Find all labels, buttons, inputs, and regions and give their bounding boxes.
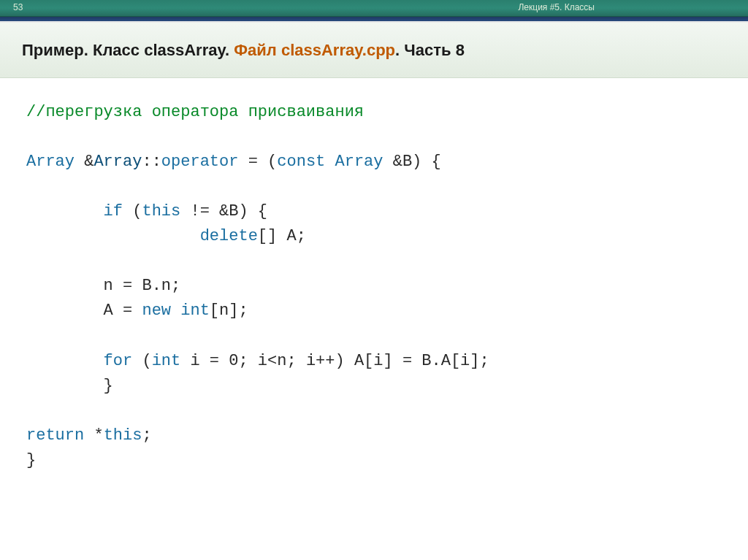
- tok: A =: [26, 302, 142, 320]
- tok: [171, 302, 180, 320]
- tok: != &B) {: [180, 202, 267, 220]
- tok: this: [142, 202, 180, 220]
- tok: [n];: [210, 302, 248, 320]
- tok: new: [142, 302, 171, 320]
- heading-zone: Пример. Класс classArray. Файл classArra…: [0, 23, 748, 78]
- slide-heading: Пример. Класс classArray. Файл classArra…: [22, 40, 726, 61]
- slide-number: 53: [13, 2, 23, 12]
- tok: *: [84, 426, 103, 445]
- tok: Array: [94, 153, 142, 171]
- tok: return: [26, 426, 84, 445]
- tok: this: [104, 426, 142, 445]
- tok: ::: [142, 153, 161, 171]
- tok: operator: [161, 153, 239, 171]
- heading-accent: Файл classArray.cpp: [234, 41, 395, 59]
- tok: [325, 153, 335, 171]
- tok: &B) {: [383, 153, 441, 171]
- tok: = (: [238, 153, 277, 171]
- tok: if: [26, 202, 123, 220]
- tok: [] A;: [258, 227, 306, 245]
- tok: ;: [142, 426, 151, 445]
- code-comment: //перегрузка оператора присваивания: [26, 103, 364, 121]
- top-bar: 53 Лекция #5. Классы: [0, 0, 748, 17]
- tok: int: [152, 352, 181, 370]
- tok: for: [26, 352, 132, 370]
- lecture-title: Лекция #5. Классы: [518, 2, 595, 12]
- tok: Array: [335, 153, 383, 171]
- code-block: //перегрузка оператора присваивания Arra…: [0, 78, 748, 495]
- tok: }: [26, 451, 36, 469]
- tok: n = B.n;: [26, 277, 180, 295]
- tok: &: [75, 153, 94, 171]
- tok: i = 0; i<n; i++) A[i] = B.A[i];: [180, 352, 489, 370]
- heading-part2: . Часть 8: [395, 41, 465, 59]
- slide: 53 Лекция #5. Классы Пример. Класс class…: [0, 0, 748, 560]
- tok: Array: [26, 153, 75, 171]
- tok: const: [277, 153, 325, 171]
- tok: delete: [26, 227, 258, 245]
- tok: (: [123, 202, 142, 220]
- tok: int: [180, 302, 210, 320]
- heading-part1: Пример. Класс classArray.: [22, 41, 234, 59]
- tok: }: [26, 377, 113, 395]
- tok: (: [132, 352, 151, 370]
